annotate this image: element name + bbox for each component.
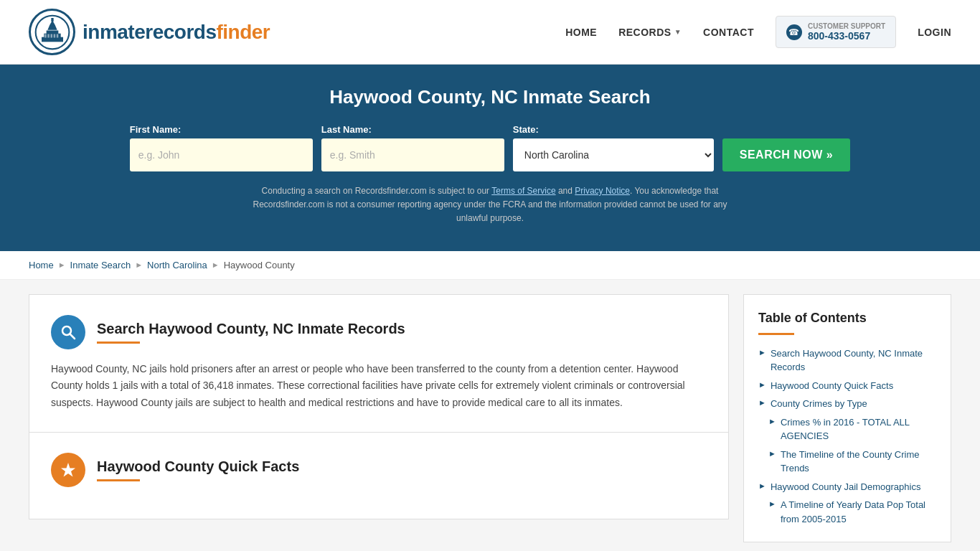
first-name-group: First Name:	[130, 124, 313, 171]
search-card-body: Haywood County, NC jails hold prisoners …	[51, 361, 707, 412]
main-content: Search Haywood County, NC Inmate Records…	[0, 280, 980, 551]
search-card-header: Search Haywood County, NC Inmate Records	[51, 315, 707, 349]
svg-rect-6	[47, 34, 50, 37]
breadcrumb-current: Haywood County	[224, 260, 295, 270]
search-form: First Name: Last Name: State: North Caro…	[29, 124, 951, 171]
toc-link[interactable]: Haywood County Jail Demographics	[771, 480, 921, 494]
hero-title: Haywood County, NC Inmate Search	[29, 86, 951, 108]
toc-chevron-icon: ►	[768, 417, 776, 425]
facts-card-title-wrapper: Haywood County Quick Facts	[97, 458, 299, 481]
first-name-input[interactable]	[130, 138, 313, 171]
search-button[interactable]: SEARCH NOW »	[722, 138, 850, 171]
logo-icon	[29, 9, 75, 55]
breadcrumb-sep-1: ►	[58, 260, 66, 269]
toc-list-item: ►The Timeline of the County Crime Trends	[768, 448, 936, 476]
search-card-underline	[97, 342, 140, 344]
toc-list-item: ►A Timeline of Yearly Data Pop Total fro…	[768, 498, 936, 526]
toc-link[interactable]: Haywood County Quick Facts	[771, 379, 893, 393]
site-header: inmaterecordsfinder HOME RECORDS ▼ CONTA…	[0, 0, 980, 65]
breadcrumb-north-carolina[interactable]: North Carolina	[147, 260, 207, 270]
toc-list-item: ►Haywood County Quick Facts	[758, 379, 936, 393]
toc-list: ►Search Haywood County, NC Inmate Record…	[758, 347, 936, 527]
facts-icon-circle	[51, 453, 85, 487]
svg-rect-5	[44, 34, 46, 37]
content-left: Search Haywood County, NC Inmate Records…	[29, 294, 729, 543]
toc-list-item: ►County Crimes by Type	[758, 397, 936, 411]
toc-chevron-icon: ►	[768, 499, 776, 508]
toc-chevron-icon: ►	[758, 398, 766, 407]
logo-text: inmaterecordsfinder	[83, 21, 270, 44]
first-name-label: First Name:	[130, 124, 182, 135]
toc-chevron-icon: ►	[758, 348, 766, 357]
svg-rect-9	[56, 34, 57, 37]
search-card-title-wrapper: Search Haywood County, NC Inmate Records	[97, 321, 405, 344]
support-info: CUSTOMER SUPPORT 800-433-0567	[808, 22, 885, 42]
breadcrumb-inmate-search[interactable]: Inmate Search	[70, 260, 131, 270]
hero-disclaimer: Conducting a search on Recordsfinder.com…	[239, 184, 741, 226]
toc-link[interactable]: County Crimes by Type	[771, 397, 867, 411]
customer-support-box[interactable]: ☎ CUSTOMER SUPPORT 800-433-0567	[776, 16, 896, 48]
svg-line-11	[70, 334, 75, 339]
toc-chevron-icon: ►	[768, 449, 776, 458]
toc-card: Table of Contents ►Search Haywood County…	[743, 294, 951, 543]
privacy-link[interactable]: Privacy Notice	[575, 186, 630, 196]
state-label: State:	[513, 124, 539, 135]
facts-card-title: Haywood County Quick Facts	[97, 458, 299, 475]
toc-chevron-icon: ►	[758, 380, 766, 389]
svg-rect-3	[46, 30, 58, 34]
toc-list-item: ►Search Haywood County, NC Inmate Record…	[758, 347, 936, 375]
state-select[interactable]: North Carolina Alabama Alaska Arizona Ca…	[513, 138, 714, 171]
last-name-input[interactable]	[321, 138, 504, 171]
svg-rect-8	[53, 34, 55, 37]
search-icon-circle	[51, 315, 85, 349]
hero-section: Haywood County, NC Inmate Search First N…	[0, 65, 980, 251]
nav-records[interactable]: RECORDS ▼	[618, 27, 682, 38]
last-name-group: Last Name:	[321, 124, 504, 171]
svg-rect-4	[51, 18, 53, 22]
search-card-title: Search Haywood County, NC Inmate Records	[97, 321, 405, 337]
toc-link[interactable]: Search Haywood County, NC Inmate Records	[771, 347, 936, 375]
facts-card-header: Haywood County Quick Facts	[51, 453, 707, 487]
sidebar: Table of Contents ►Search Haywood County…	[743, 294, 951, 543]
state-group: State: North Carolina Alabama Alaska Ari…	[513, 124, 714, 171]
toc-link[interactable]: A Timeline of Yearly Data Pop Total from…	[781, 498, 936, 526]
terms-link[interactable]: Terms of Service	[491, 186, 555, 196]
nav-contact[interactable]: CONTACT	[703, 27, 754, 38]
chevron-down-icon: ▼	[674, 28, 682, 36]
logo-area: inmaterecordsfinder	[29, 9, 270, 55]
breadcrumb: Home ► Inmate Search ► North Carolina ► …	[0, 251, 980, 280]
svg-rect-7	[50, 34, 52, 37]
toc-chevron-icon: ►	[758, 481, 766, 490]
toc-divider	[758, 333, 794, 335]
toc-link[interactable]: The Timeline of the County Crime Trends	[781, 448, 936, 476]
svg-rect-1	[42, 37, 63, 42]
toc-link[interactable]: Crimes % in 2016 - TOTAL ALL AGENCIES	[781, 415, 936, 443]
search-records-card: Search Haywood County, NC Inmate Records…	[29, 294, 729, 433]
login-button[interactable]: LOGIN	[918, 27, 951, 38]
toc-list-item: ►Crimes % in 2016 - TOTAL ALL AGENCIES	[768, 415, 936, 443]
toc-list-item: ►Haywood County Jail Demographics	[758, 480, 936, 494]
last-name-label: Last Name:	[321, 124, 372, 135]
breadcrumb-sep-2: ►	[135, 260, 143, 269]
quick-facts-card: Haywood County Quick Facts	[29, 433, 729, 519]
nav-home[interactable]: HOME	[565, 27, 597, 38]
main-nav: HOME RECORDS ▼ CONTACT ☎ CUSTOMER SUPPOR…	[565, 16, 951, 48]
breadcrumb-home[interactable]: Home	[29, 260, 54, 270]
headset-icon: ☎	[786, 24, 802, 40]
toc-title: Table of Contents	[758, 311, 936, 326]
facts-card-underline	[97, 479, 140, 481]
breadcrumb-sep-3: ►	[212, 260, 220, 269]
